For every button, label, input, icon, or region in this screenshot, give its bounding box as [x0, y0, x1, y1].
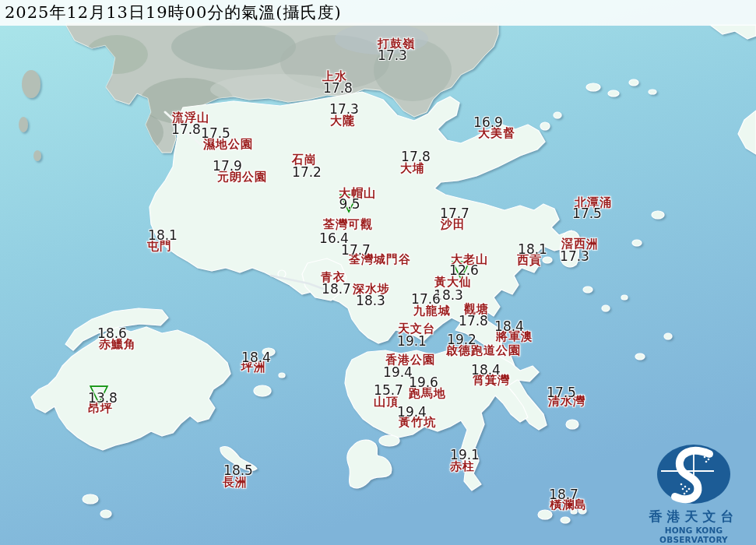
- hko-logo: 香港天文台 HONG KONG OBSERVATORY: [633, 441, 754, 544]
- station-name: 赤柱: [450, 461, 475, 473]
- station-temp: 16.9: [473, 116, 503, 129]
- station-temp: 17.8: [323, 82, 353, 95]
- station-temp: 17.3: [378, 49, 407, 62]
- station-name: 大埔: [400, 163, 425, 174]
- station-temp: 19.1: [397, 335, 427, 348]
- station-temp: 17.8: [171, 123, 201, 136]
- station-temp: 18.4: [471, 364, 501, 377]
- station-temp: 17.5: [572, 207, 602, 220]
- station-temp: 17.3: [560, 250, 589, 263]
- station-temp: 13.8: [88, 392, 118, 405]
- station-name: 山頂: [374, 396, 399, 408]
- station-temp: 19.1: [450, 448, 480, 462]
- station-temp: 17.6: [411, 293, 441, 306]
- station-name: 九龍城: [413, 305, 451, 317]
- hko-emblem-icon: [653, 441, 734, 507]
- station-name: 長洲: [223, 476, 248, 488]
- station-temp: 17.7: [341, 244, 371, 257]
- station-temp: 19.6: [409, 376, 438, 389]
- station-temp: 17.5: [547, 386, 576, 399]
- station-temp: 18.7: [322, 283, 351, 296]
- station-temp: 18.1: [148, 229, 178, 242]
- station-temp: 17.5: [201, 127, 230, 140]
- station-temp: 18.4: [241, 351, 271, 364]
- station-temp: 9.5: [339, 198, 360, 211]
- station-temp: 17.9: [213, 160, 242, 173]
- station-temp: 12.6: [449, 264, 479, 277]
- hko-logo-chinese: 香港天文台: [633, 508, 754, 526]
- station-temp: 18.5: [223, 464, 253, 477]
- hko-logo-english: HONG KONG OBSERVATORY: [633, 526, 754, 544]
- station-temp: 18.7: [549, 488, 578, 501]
- station-name: 大隴: [330, 115, 355, 127]
- station-temp: 17.7: [440, 207, 469, 220]
- station-temp: 18.6: [97, 327, 127, 340]
- station-temp: 19.2: [447, 333, 476, 346]
- station-temp: 18.1: [518, 243, 547, 256]
- station-temp: 17.8: [459, 315, 488, 328]
- station-temp: 17.3: [329, 103, 359, 116]
- station-name: 荃灣可觀: [323, 219, 373, 230]
- station-temp: 18.4: [494, 320, 524, 333]
- weather-map-page: 2025年12月13日19時00分的氣溫(攝氏度) 17.3打鼓嶺17.8上水1…: [0, 0, 756, 545]
- station-temp: 18.3: [356, 294, 385, 308]
- station-temp: 15.7: [374, 384, 403, 397]
- station-temp: 17.2: [292, 166, 322, 179]
- station-temp: 17.8: [401, 150, 431, 164]
- station-name: 黃大仙: [434, 276, 472, 288]
- station-temp: 19.4: [397, 406, 427, 419]
